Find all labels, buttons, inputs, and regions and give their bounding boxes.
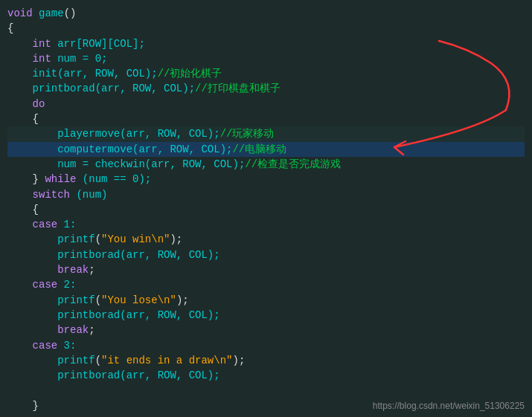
kw-token: while (45, 173, 76, 185)
code-line: { (7, 111, 525, 126)
code-line: printborad(arr, ROW, COL); (7, 368, 525, 383)
plain-token (7, 38, 33, 50)
punct-token: } (33, 400, 39, 412)
kw-token: void (7, 7, 39, 19)
plain-token: (arr, ROW, COL); (132, 143, 232, 155)
kw-token: break (57, 324, 89, 336)
code-line (7, 413, 525, 417)
str-token: "You lose\n" (101, 294, 176, 306)
punct-token: ( (95, 355, 101, 366)
fn-token: printborad (57, 309, 120, 321)
plain-token (7, 68, 33, 80)
code-line: computermove(arr, ROW, COL);//电脑移动 (7, 142, 525, 157)
code-line: case 2: (7, 277, 525, 292)
punct-token: () (64, 7, 77, 19)
code-line: } while (num == 0); (7, 172, 525, 187)
punct-token: { (7, 22, 13, 34)
plain-token: (arr, ROW, COL); (120, 128, 219, 140)
comment-token: //打印棋盘和棋子 (195, 83, 281, 94)
code-line: printf("You win\n"); (7, 232, 525, 247)
kw-token: case (33, 340, 58, 352)
plain-token (7, 294, 57, 306)
punct-token: ; (89, 264, 94, 276)
plain-token: (num) (70, 189, 107, 201)
plain-token: arr[ROW][COL]; (57, 38, 145, 50)
plain-token: (arr, ROW, COL); (120, 369, 219, 381)
punct-token: { (33, 113, 39, 125)
punct-token: { (33, 204, 39, 216)
kw-token: int (33, 38, 58, 50)
code-line: num = checkwin(arr, ROW, COL);//检查是否完成游戏 (7, 157, 525, 172)
plain-token: 2: (57, 279, 76, 291)
code-line: do (7, 97, 525, 111)
code-line: break; (7, 323, 525, 337)
fn-token: printf (57, 355, 94, 366)
plain-token (7, 53, 33, 65)
plain-token (7, 324, 57, 336)
plain-token (7, 173, 33, 185)
punct-token: ); (232, 355, 245, 366)
plain-token (7, 369, 57, 381)
plain-token (7, 128, 57, 140)
punct-token: ( (95, 233, 101, 245)
fn-token: printf (57, 233, 94, 245)
str-token: "You win\n" (101, 233, 170, 245)
fn-token: printborad (33, 83, 95, 94)
plain-token: num = 0; (57, 53, 107, 65)
code-line: printf("it ends in a draw\n"); (7, 353, 525, 368)
kw-token: case (33, 279, 58, 291)
kw-token: int (33, 53, 58, 65)
fn-token: checkwin (95, 158, 145, 170)
plain-token (7, 143, 57, 155)
plain-token: num = (57, 158, 94, 170)
plain-token (7, 98, 33, 110)
kw-token: break (57, 264, 89, 276)
code-line: printborad(arr, ROW, COL); (7, 308, 525, 323)
punct-token: ( (95, 294, 101, 306)
plain-token (7, 340, 33, 352)
comment-token: //电脑移动 (232, 143, 286, 155)
watermark: https://blog.csdn.net/weixin_51306225 (373, 401, 525, 411)
comment-token: //玩家移动 (220, 128, 275, 140)
code-editor: void game(){ int arr[ROW][COL]; int num … (0, 0, 532, 417)
plain-token (7, 219, 33, 230)
plain-token: (arr, ROW, COL); (57, 68, 157, 80)
code-line: int arr[ROW][COL]; (7, 36, 525, 51)
punct-token: } (33, 173, 45, 185)
code-line: playermove(arr, ROW, COL);//玩家移动 (7, 126, 525, 141)
plain-token (7, 204, 33, 216)
code-line: init(arr, ROW, COL);//初始化棋子 (7, 66, 525, 81)
plain-token: (num == 0); (76, 173, 151, 185)
punct-token: ); (170, 233, 182, 245)
kw-token: do (33, 98, 45, 110)
punct-token: ); (176, 294, 189, 306)
plain-token (7, 158, 57, 170)
plain-token (7, 83, 33, 94)
plain-token: 1: (57, 219, 76, 230)
plain-token: (arr, ROW, COL); (120, 309, 219, 321)
code-line: case 1: (7, 217, 525, 232)
fn-token: printborad (57, 369, 120, 381)
plain-token: 3: (57, 340, 76, 352)
fn-token: printf (57, 294, 94, 306)
punct-token: ; (89, 324, 94, 336)
plain-token (7, 113, 33, 125)
code-line: printborad(arr, ROW, COL);//打印棋盘和棋子 (7, 81, 525, 96)
code-line: printf("You lose\n"); (7, 293, 525, 308)
code-line: break; (7, 262, 525, 277)
plain-token (7, 233, 57, 245)
plain-token (7, 189, 33, 201)
str-token: "it ends in a draw\n" (101, 355, 232, 366)
fn-token: computermove (57, 143, 132, 155)
code-line: { (7, 202, 525, 217)
plain-token (7, 309, 57, 321)
code-line: void game() (7, 6, 525, 21)
comment-token: //初始化棋子 (158, 68, 222, 80)
code-line: printborad(arr, ROW, COL); (7, 248, 525, 262)
plain-token: (arr, ROW, COL); (145, 158, 245, 170)
kw-token: switch (33, 189, 70, 201)
code-line: switch (num) (7, 187, 525, 202)
kw-token: case (33, 219, 58, 230)
code-line (7, 383, 525, 398)
plain-token (7, 249, 57, 261)
